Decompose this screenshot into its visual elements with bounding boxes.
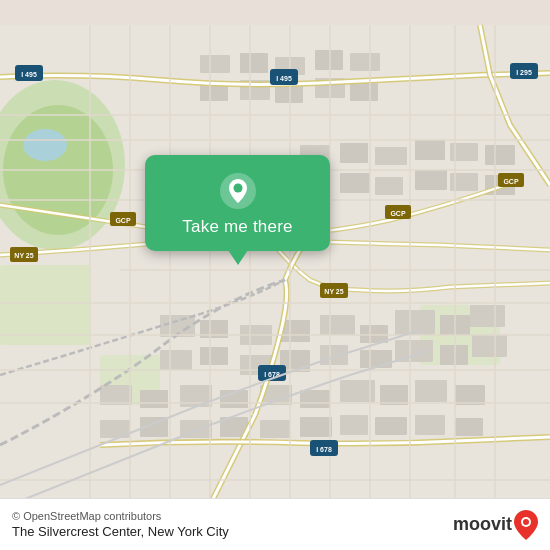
location-name: The Silvercrest Center, New York City: [12, 524, 229, 539]
svg-point-3: [23, 129, 67, 161]
moovit-logo: moovit: [453, 510, 538, 540]
svg-rect-21: [360, 350, 392, 368]
svg-rect-11: [320, 315, 355, 335]
svg-rect-54: [415, 170, 447, 190]
svg-text:I 495: I 495: [276, 75, 292, 82]
svg-rect-40: [300, 417, 332, 437]
svg-rect-23: [440, 345, 468, 365]
svg-rect-25: [100, 385, 132, 405]
take-me-there-card[interactable]: Take me there: [145, 155, 330, 251]
svg-rect-16: [160, 350, 192, 370]
take-me-there-label: Take me there: [182, 217, 292, 237]
svg-rect-44: [455, 418, 483, 436]
svg-text:I 495: I 495: [21, 71, 37, 78]
svg-rect-24: [472, 335, 507, 357]
svg-rect-42: [375, 417, 407, 435]
svg-rect-64: [275, 85, 303, 103]
svg-rect-57: [200, 55, 230, 73]
svg-rect-43: [415, 415, 445, 435]
map-background: I 495 I 495 I 295 GCP GCP GCP NY 25 NY 2…: [0, 0, 550, 550]
svg-rect-12: [360, 325, 388, 343]
svg-rect-4: [0, 265, 90, 345]
svg-rect-20: [320, 345, 348, 365]
svg-rect-15: [470, 305, 505, 327]
svg-rect-47: [375, 147, 407, 165]
svg-rect-52: [340, 173, 370, 193]
svg-rect-48: [415, 140, 445, 160]
svg-rect-53: [375, 177, 403, 195]
svg-rect-17: [200, 347, 228, 365]
svg-point-114: [523, 519, 529, 525]
svg-rect-46: [340, 143, 368, 163]
moovit-brand-text: moovit: [453, 514, 512, 535]
map-container: I 495 I 495 I 295 GCP GCP GCP NY 25 NY 2…: [0, 0, 550, 550]
location-pin-icon: [220, 173, 256, 209]
svg-text:GCP: GCP: [503, 178, 519, 185]
svg-text:NY 25: NY 25: [14, 252, 33, 259]
svg-rect-39: [260, 420, 290, 438]
svg-rect-50: [485, 145, 515, 165]
svg-rect-49: [450, 143, 478, 161]
svg-text:GCP: GCP: [390, 210, 406, 217]
svg-rect-61: [350, 53, 380, 71]
svg-rect-32: [380, 385, 408, 405]
svg-rect-41: [340, 415, 368, 435]
svg-rect-33: [415, 380, 447, 402]
bottom-bar: © OpenStreetMap contributors The Silverc…: [0, 498, 550, 550]
svg-rect-30: [300, 390, 330, 408]
svg-text:I 678: I 678: [316, 446, 332, 453]
svg-rect-34: [455, 385, 485, 405]
attribution-text: © OpenStreetMap contributors: [12, 510, 229, 522]
svg-rect-58: [240, 53, 268, 73]
svg-rect-60: [315, 50, 343, 70]
svg-text:I 295: I 295: [516, 69, 532, 76]
svg-text:NY 25: NY 25: [324, 288, 343, 295]
svg-rect-55: [450, 173, 478, 191]
svg-text:GCP: GCP: [115, 217, 131, 224]
svg-point-112: [233, 184, 242, 193]
svg-rect-66: [350, 83, 378, 101]
svg-rect-26: [140, 390, 168, 408]
moovit-pin-icon: [514, 510, 538, 540]
